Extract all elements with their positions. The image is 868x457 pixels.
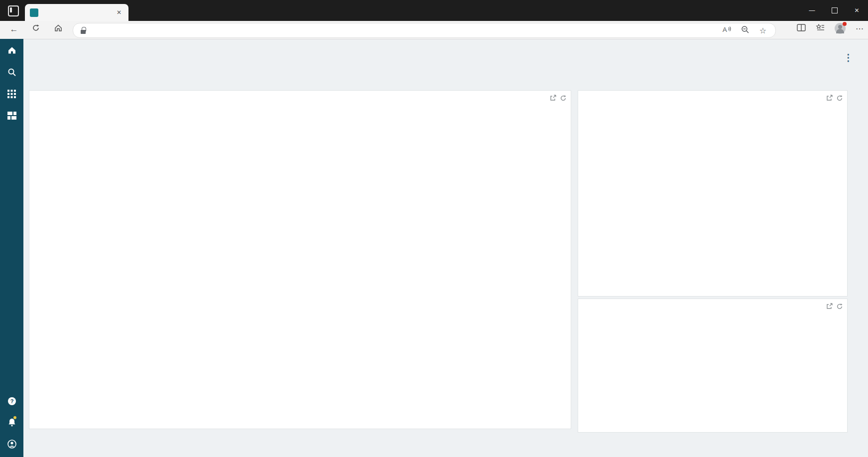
shop-floor-3d-illustration[interactable] [29,107,571,429]
browser-profile-avatar[interactable] [835,23,846,34]
collections-icon[interactable] [816,23,825,33]
browser-titlebar: ✕ — ✕ [0,0,868,21]
job-status-chart[interactable] [578,104,847,277]
favorite-star-icon[interactable]: ☆ [759,26,766,35]
notifications-bell-icon[interactable] [0,418,23,431]
lock-icon[interactable] [80,27,86,34]
back-button[interactable]: ← [8,23,20,35]
read-aloud-icon[interactable]: A [722,25,731,35]
svg-text:?: ? [10,398,13,404]
svg-text:A: A [723,26,727,33]
expand-icon[interactable] [549,95,556,104]
refresh-icon[interactable] [836,95,843,104]
shop-load-card [29,90,571,429]
refresh-icon[interactable] [836,303,843,312]
notification-badge [13,416,16,419]
pump-card [578,299,848,433]
profile-notification-dot [843,22,847,26]
browser-tab[interactable]: ✕ [25,4,128,21]
job-status-card [578,90,848,297]
epicor-favicon [30,8,38,17]
search-icon[interactable] [0,68,23,81]
workspaces-icon[interactable] [8,5,19,16]
browser-menu-icon[interactable]: ⋯ [856,24,864,33]
home-button[interactable] [52,23,64,35]
expand-icon[interactable] [826,303,833,312]
zoom-out-icon[interactable] [741,25,749,36]
home-icon[interactable] [0,46,23,59]
page-overflow-menu-icon[interactable]: ⋮ [844,52,853,63]
window-minimize-button[interactable]: — [801,0,823,21]
window-maximize-button[interactable] [823,0,846,21]
pump-chart[interactable] [578,312,847,418]
expand-icon[interactable] [826,95,833,104]
account-icon[interactable] [0,440,23,453]
help-icon[interactable]: ? [0,397,23,410]
window-close-button[interactable]: ✕ [846,0,868,21]
refresh-button[interactable] [30,23,42,35]
address-bar[interactable]: A ☆ [73,23,776,38]
dashboards-icon[interactable] [0,112,23,125]
app-sidebar: ? [0,39,23,457]
refresh-icon[interactable] [560,95,567,104]
browser-window: ✕ — ✕ ← A ☆ ⋯ [0,0,868,457]
tab-close-icon[interactable]: ✕ [115,8,124,17]
split-screen-icon[interactable] [797,24,806,33]
apps-grid-icon[interactable] [0,90,23,103]
